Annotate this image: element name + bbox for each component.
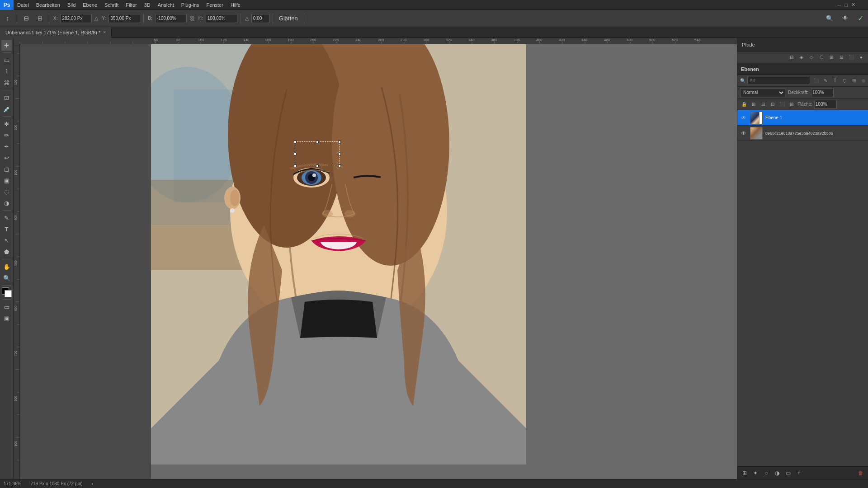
svg-text:700: 700: [14, 351, 17, 356]
lock-pixel-icon[interactable]: ⬛: [778, 100, 786, 108]
clone-tool[interactable]: ✒: [1, 141, 12, 152]
adjustment-btn[interactable]: ◑: [773, 469, 782, 478]
crop-tool[interactable]: ⊡: [1, 92, 12, 103]
menu-3d[interactable]: 3D: [141, 0, 154, 10]
document-canvas[interactable]: [20, 44, 737, 479]
tool-sep-5: [2, 259, 11, 259]
layers-list[interactable]: 👁 Ebene 1 👁 0965c21e010a725e3ba4623a92b5…: [737, 110, 868, 466]
lock-artboard-icon[interactable]: ⊟: [759, 100, 767, 108]
panel-icon-2[interactable]: ◈: [797, 53, 806, 61]
panel-icon-1[interactable]: ⊟: [788, 53, 796, 61]
pfade-label[interactable]: Pfade: [742, 42, 755, 47]
search-btn[interactable]: 🔍: [824, 13, 835, 24]
minimize-btn[interactable]: ─: [838, 2, 841, 8]
menu-bearbeiten[interactable]: Bearbeiten: [33, 0, 64, 10]
transform-ref-btn[interactable]: ⊞: [34, 13, 46, 24]
group-btn[interactable]: ▭: [783, 469, 793, 478]
path-select-tool[interactable]: ↖: [1, 235, 12, 246]
panel-icon-7[interactable]: ⬛: [847, 53, 855, 61]
canvas-area[interactable]: 60 80 100 120 140 160 180 200 220 240 26…: [14, 38, 737, 479]
maximize-btn[interactable]: □: [844, 2, 848, 8]
layer-vis-2[interactable]: 👁: [740, 130, 747, 137]
lock-icon[interactable]: 🔒: [740, 100, 748, 108]
height-input[interactable]: [206, 14, 237, 23]
lock-extra-icon[interactable]: ⊞: [788, 100, 796, 108]
layer-bottom-left: ⊞ ✦ ○ ◑ ▭ +: [740, 469, 803, 478]
delete-layer-btn[interactable]: 🗑: [856, 469, 865, 478]
width-input[interactable]: [155, 14, 187, 23]
transform-options-btn[interactable]: ⊟: [20, 13, 32, 24]
menu-bild[interactable]: Bild: [64, 0, 79, 10]
filter-adjust-icon[interactable]: ✎: [821, 77, 830, 85]
magic-wand-tool[interactable]: ⌘: [1, 77, 12, 88]
move-tool[interactable]: ✚: [1, 40, 12, 51]
healing-tool[interactable]: ✻: [1, 118, 12, 129]
text-tool[interactable]: T: [1, 224, 12, 235]
document-tab[interactable]: Unbenannt-1 bei 171% (Ebene 1, RGB/8) * …: [0, 27, 112, 38]
hand-tool[interactable]: ✋: [1, 261, 12, 272]
add-style-btn[interactable]: ✦: [751, 469, 760, 478]
filter-pixel-icon[interactable]: ⬛: [812, 77, 820, 85]
zoom-tool[interactable]: 🔍: [1, 272, 12, 283]
blend-mode-select[interactable]: Normal: [740, 88, 785, 97]
eye-btn[interactable]: 👁: [839, 13, 851, 24]
canvas-content[interactable]: 100 200 300 400 500 600 700 800 900: [14, 44, 737, 479]
layer-search-input[interactable]: [747, 77, 810, 85]
menubar: Ps Datei Bearbeiten Bild Ebene Schrift F…: [0, 0, 868, 10]
dodge-tool[interactable]: ◑: [1, 197, 12, 208]
menu-datei[interactable]: Datei: [14, 0, 33, 10]
new-layer-btn[interactable]: +: [794, 469, 803, 478]
canvas-image[interactable]: [151, 44, 526, 465]
fill-input[interactable]: [814, 100, 837, 109]
gradient-tool[interactable]: ▣: [1, 175, 12, 186]
menu-filter[interactable]: Filter: [122, 0, 140, 10]
tab-close-btn[interactable]: ×: [103, 30, 106, 35]
filter-text-icon[interactable]: T: [831, 77, 839, 85]
warp-btn[interactable]: Glätten: [276, 13, 301, 24]
svg-point-106: [230, 208, 235, 213]
rotation-input[interactable]: [251, 14, 269, 23]
screen-mode-btn[interactable]: ▣: [1, 313, 12, 324]
panel-icon-3[interactable]: ◇: [807, 53, 816, 61]
svg-text:200: 200: [310, 38, 316, 42]
menu-ansicht[interactable]: Ansicht: [154, 0, 178, 10]
svg-text:600: 600: [14, 305, 17, 311]
menu-ebene[interactable]: Ebene: [79, 0, 101, 10]
panel-icon-4[interactable]: ⬡: [817, 53, 826, 61]
selection-tool[interactable]: ▭: [1, 55, 12, 66]
filter-shape-icon[interactable]: ⬡: [840, 77, 849, 85]
menu-fenster[interactable]: Fenster: [203, 0, 227, 10]
panel-icon-6[interactable]: ⊟: [837, 53, 845, 61]
commit-btn[interactable]: ✓: [854, 13, 866, 24]
history-tool[interactable]: ↩: [1, 152, 12, 163]
eyedropper-tool[interactable]: 💉: [1, 103, 12, 114]
menu-hilfe[interactable]: Hilfe: [227, 0, 244, 10]
filter-smart-icon[interactable]: ⊞: [850, 77, 858, 85]
lock-all-icon[interactable]: ⊡: [769, 100, 777, 108]
panel-icon-8[interactable]: ●: [857, 53, 865, 61]
mask-mode-btn[interactable]: ▭: [1, 301, 12, 312]
pen-tool[interactable]: ✎: [1, 212, 12, 223]
link-layers-btn[interactable]: ⊞: [740, 469, 749, 478]
brush-tool[interactable]: ✏: [1, 130, 12, 141]
panel-icon-5[interactable]: ⊞: [827, 53, 835, 61]
x-input[interactable]: [60, 14, 92, 23]
close-btn[interactable]: ✕: [851, 2, 855, 8]
layer-item-1[interactable]: 👁 Ebene 1: [737, 110, 868, 126]
eraser-tool[interactable]: ◻: [1, 164, 12, 174]
layer-item-2[interactable]: 👁 0965c21e010a725e3ba4623a92b5b6: [737, 126, 868, 141]
lasso-tool[interactable]: ⌇: [1, 66, 12, 77]
menu-plugins[interactable]: Plug-ins: [178, 0, 203, 10]
svg-text:60: 60: [154, 38, 158, 42]
move-tool-btn[interactable]: ↕: [2, 13, 14, 24]
pfade-tab[interactable]: Pfade: [737, 38, 868, 52]
lock-move-icon[interactable]: ⊞: [750, 100, 758, 108]
layer-vis-1[interactable]: 👁: [740, 114, 747, 122]
add-mask-btn[interactable]: ○: [762, 469, 771, 478]
foreground-color[interactable]: [2, 287, 12, 297]
blur-tool[interactable]: ◌: [1, 186, 12, 197]
opacity-input[interactable]: [811, 88, 834, 97]
y-input[interactable]: [108, 14, 140, 23]
shape-tool[interactable]: ⬟: [1, 246, 12, 257]
menu-schrift[interactable]: Schrift: [101, 0, 122, 10]
